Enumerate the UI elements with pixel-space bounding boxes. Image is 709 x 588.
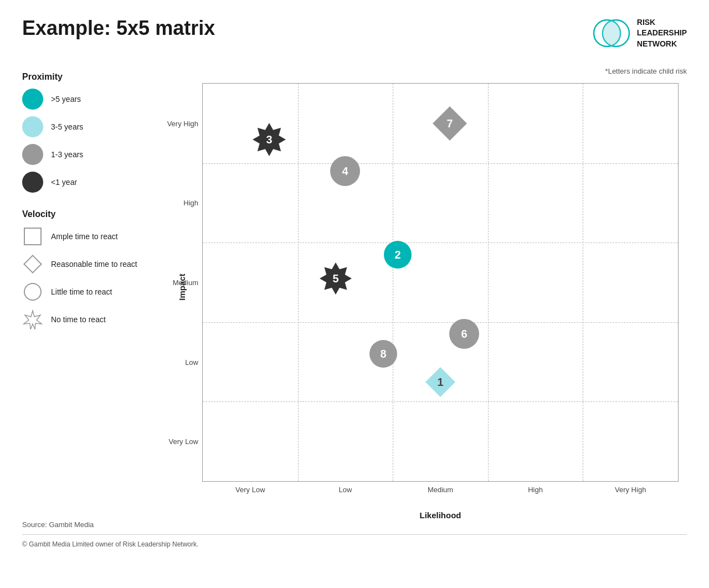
velocity-symbol-square (22, 226, 43, 247)
velocity-symbol-circle (22, 281, 43, 302)
legend-item-prox-3: <1 year (22, 172, 166, 193)
x-label-0: Very Low (235, 486, 265, 494)
y-label-2: Medium (173, 278, 198, 287)
x-label-4: Very High (615, 486, 646, 494)
risk-item-7: 7 (430, 104, 470, 143)
svg-text:4: 4 (342, 165, 349, 177)
x-label-2: Medium (428, 486, 453, 494)
velocity-label-0: Ample time to react (51, 232, 118, 241)
matrix-inner: Very High High Medium Low Very Low Very … (202, 83, 687, 482)
risk-item-3: 3 (251, 121, 287, 158)
velocity-title: Velocity (22, 209, 166, 219)
legend-item-vel-0: Ample time to react (22, 226, 166, 247)
proximity-label-1: 3-5 years (51, 122, 83, 131)
x-label-3: High (528, 486, 543, 494)
legend-item-prox-0: >5 years (22, 89, 166, 110)
y-label-0: Very High (167, 119, 198, 127)
copyright-text: © Gambit Media Limited owner of Risk Lea… (22, 534, 687, 548)
svg-text:7: 7 (447, 117, 453, 130)
proximity-color-2 (22, 144, 43, 165)
legend: Proximity >5 years 3-5 years 1-3 years <… (22, 66, 166, 504)
x-axis-label: Likelihood (420, 510, 461, 520)
footer: Source: Gambit Media © Gambit Media Limi… (22, 520, 687, 548)
svg-text:6: 6 (461, 328, 467, 340)
matrix-container: Impact Very High High (172, 83, 687, 482)
svg-text:5: 5 (333, 272, 339, 285)
risk-item-6: 6 (448, 318, 480, 350)
risk-item-5: 5 (318, 261, 353, 296)
legend-item-prox-1: 3-5 years (22, 116, 166, 137)
page-header: Example: 5x5 matrix RISK LEADERSHIP NETW… (22, 17, 687, 50)
logo-area: RISK LEADERSHIP NETWORK (592, 17, 687, 50)
svg-text:8: 8 (380, 348, 386, 360)
risk-item-1: 1 (423, 364, 458, 400)
risk-item-8: 8 (368, 339, 398, 369)
chart-area: *Letters indicate child risk Impact (166, 66, 687, 504)
x-label-1: Low (338, 486, 352, 494)
velocity-section: Velocity Ample time to react Reasonable … (22, 209, 166, 330)
svg-text:2: 2 (394, 249, 400, 261)
logo-text: RISK LEADERSHIP NETWORK (637, 17, 687, 50)
velocity-label-1: Reasonable time to react (51, 260, 137, 269)
proximity-title: Proximity (22, 72, 166, 82)
risk-item-4: 4 (329, 155, 361, 187)
proximity-label-0: >5 years (51, 95, 81, 104)
y-label-1: High (183, 199, 198, 207)
logo-icon (592, 17, 630, 50)
svg-text:3: 3 (266, 133, 273, 146)
y-label-3: Low (185, 358, 198, 366)
proximity-label-3: <1 year (51, 178, 77, 187)
proximity-color-3 (22, 172, 43, 193)
velocity-label-2: Little time to react (51, 287, 112, 296)
velocity-symbol-starburst (22, 309, 43, 330)
svg-marker-4 (24, 311, 42, 329)
legend-item-vel-2: Little time to react (22, 281, 166, 302)
proximity-label-2: 1-3 years (51, 150, 83, 159)
legend-item-vel-3: No time to react (22, 309, 166, 330)
velocity-symbol-diamond (22, 254, 43, 275)
legend-item-vel-1: Reasonable time to react (22, 254, 166, 275)
main-content: Proximity >5 years 3-5 years 1-3 years <… (22, 66, 687, 504)
proximity-color-0 (22, 89, 43, 110)
risk-item-2: 2 (383, 240, 413, 270)
velocity-label-3: No time to react (51, 315, 106, 324)
svg-text:1: 1 (437, 376, 443, 388)
legend-item-prox-2: 1-3 years (22, 144, 166, 165)
page-title: Example: 5x5 matrix (22, 17, 215, 40)
source-text: Source: Gambit Media (22, 520, 687, 529)
matrix-grid: Very High High Medium Low Very Low Very … (202, 83, 679, 482)
proximity-color-1 (22, 116, 43, 137)
y-label-4: Very Low (169, 437, 198, 446)
chart-note: *Letters indicate child risk (605, 66, 687, 76)
proximity-section: Proximity >5 years 3-5 years 1-3 years <… (22, 72, 166, 193)
